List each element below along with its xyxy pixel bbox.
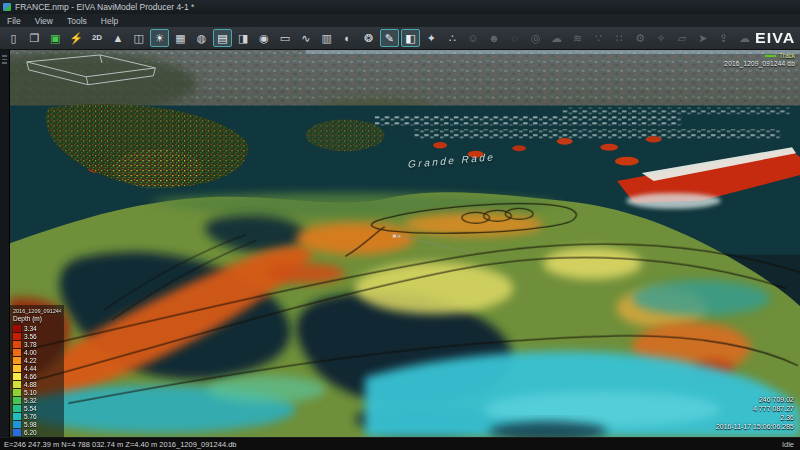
depth-legend-row: 4.88 (13, 380, 61, 388)
point-small-icon: ◌ (512, 33, 519, 44)
scene-render[interactable] (9, 50, 800, 437)
toolbar-illumination[interactable]: ☀ (150, 29, 169, 47)
depth-value: 5.98 (24, 421, 37, 428)
toolbar-cloud-upload: ⇪ (714, 29, 733, 47)
point-cloud-icon: ∴ (449, 33, 456, 44)
toolbar-snapshot[interactable]: ◉ (255, 29, 274, 47)
toolbar-edit-surface[interactable]: ✎ (380, 29, 399, 47)
title-bar[interactable]: FRANCE.nmp - EIVA NaviModel Producer 4-1… (0, 0, 800, 14)
track-line-swatch (765, 55, 776, 57)
toolbar-view-2d[interactable]: 2D (88, 29, 107, 47)
contrast-icon: ◐ (344, 33, 351, 44)
toolbar-cloud-processing: ≋ (568, 29, 587, 47)
menu-tools[interactable]: Tools (60, 14, 94, 27)
toolbar-shading[interactable]: ◧ (401, 29, 420, 47)
depth-value: 4.00 (24, 349, 37, 356)
toolbar-smiley-open: ☺ (464, 29, 483, 47)
cursor-overlay-line: 2.36 (716, 414, 794, 423)
cloud-eiva-icon: ☁ (551, 33, 562, 44)
point-a-icon: ∵ (595, 33, 602, 44)
toolbar-palette[interactable]: ❂ (359, 29, 378, 47)
depth-color-swatch (13, 397, 21, 404)
status-coordinates: E=246 247.39 m N=4 788 032.74 m Z=4.40 m… (4, 440, 236, 449)
cloud-upload-icon: ⇪ (719, 33, 728, 44)
toolbar-point-small: ◌ (505, 29, 524, 47)
track-legend: Track 2016_1209_091244 db (724, 52, 795, 67)
snapshot-icon: ◉ (259, 33, 269, 44)
toolbar-bounding-box[interactable]: ◫ (129, 29, 148, 47)
toolbar-open-project[interactable]: ❐ (25, 29, 44, 47)
toolbar-layers[interactable]: ▤ (213, 29, 232, 47)
smiley-filled-icon: ☻ (488, 33, 500, 44)
depth-color-swatch (13, 381, 21, 388)
palette-icon: ❂ (364, 33, 373, 44)
profile-icon: ∿ (301, 33, 310, 44)
toolbar: ▯❐▣⚡2D▲◫☀▦◍▤◨◉▭∿▥◐❂✎◧✦∴☺☻◌◎☁≋∵∷⚙✧▱➤⇪☁EIV… (0, 27, 800, 50)
status-state: Idle (782, 440, 794, 449)
depth-legend-row: 4.22 (13, 356, 61, 364)
cursor-overlay-line: 2016-11-17 15:06:06.285 (716, 423, 794, 432)
layers-icon: ▤ (217, 33, 227, 44)
toolbar-pointer: ➤ (693, 29, 712, 47)
point-ring-icon: ◎ (531, 33, 541, 44)
rov-icon: ⚙ (635, 33, 645, 44)
sweep-icon: ✧ (656, 33, 665, 44)
toolbar-histogram[interactable]: ▥ (317, 29, 336, 47)
depth-legend-row: 4.00 (13, 348, 61, 356)
cloud-outline-icon: ☁ (739, 33, 750, 44)
depth-legend-row: 5.10 (13, 388, 61, 396)
open-project-icon: ❐ (29, 33, 39, 44)
bounding-box-icon: ◫ (134, 33, 144, 44)
menu-file[interactable]: File (0, 14, 28, 27)
3d-viewport[interactable]: Grande Rade Track 2016_1209_091244 db 20… (0, 50, 800, 437)
measure-icon: ▭ (280, 33, 290, 44)
toolbar-save-project[interactable]: ▣ (46, 29, 65, 47)
new-file-icon: ▯ (10, 33, 16, 44)
toolbar-point-cloud[interactable]: ∴ (443, 29, 462, 47)
depth-value: 5.76 (24, 413, 37, 420)
cursor-overlay-line: 246 709.02 (716, 396, 794, 405)
toolbar-new-file[interactable]: ▯ (4, 29, 23, 47)
highlight-icon: ✦ (427, 33, 436, 44)
menu-help[interactable]: Help (94, 14, 125, 27)
view-2d-icon: 2D (92, 34, 102, 42)
depth-legend-row: 5.76 (13, 412, 61, 420)
depth-legend-rows: 3.343.563.784.004.224.444.664.885.105.32… (13, 324, 61, 436)
depth-value: 3.34 (24, 325, 37, 332)
collapsed-panel-tab[interactable] (0, 50, 10, 437)
toolbar-contrast[interactable]: ◐ (338, 29, 357, 47)
depth-color-swatch (13, 389, 21, 396)
depth-color-swatch (13, 341, 21, 348)
histogram-icon: ▥ (322, 33, 332, 44)
depth-legend-panel: 2016_1209_091244.db Depth (m) 3.343.563.… (10, 305, 64, 438)
toolbar-sweep: ✧ (652, 29, 671, 47)
toolbar-grid[interactable]: ▦ (171, 29, 190, 47)
depth-value: 4.22 (24, 357, 37, 364)
toolbar-profile[interactable]: ∿ (296, 29, 315, 47)
edit-surface-icon: ✎ (385, 33, 394, 44)
depth-legend-row: 4.44 (13, 364, 61, 372)
toolbar-highlight[interactable]: ✦ (422, 29, 441, 47)
toolbar-north-arrow[interactable]: ▲ (108, 29, 127, 47)
illumination-icon: ☀ (155, 33, 165, 44)
toolbar-view-3d[interactable]: ◨ (234, 29, 253, 47)
depth-legend-row: 4.66 (13, 372, 61, 380)
toolbar-measure[interactable]: ▭ (276, 29, 295, 47)
depth-value: 3.56 (24, 333, 37, 340)
depth-color-swatch (13, 349, 21, 356)
depth-legend-axis-label: Depth (m) (13, 315, 61, 322)
depth-value: 6.20 (24, 429, 37, 436)
toolbar-connect[interactable]: ⚡ (67, 29, 86, 47)
depth-value: 5.32 (24, 397, 37, 404)
menu-view[interactable]: View (28, 14, 60, 27)
toolbar-scrub: ▱ (673, 29, 692, 47)
toolbar-world-map[interactable]: ◍ (192, 29, 211, 47)
smiley-open-icon: ☺ (467, 33, 478, 44)
depth-color-swatch (13, 365, 21, 372)
connect-icon: ⚡ (69, 33, 83, 44)
depth-legend-title: 2016_1209_091244.db (13, 308, 61, 314)
pointer-icon: ➤ (698, 33, 707, 44)
depth-value: 4.44 (24, 365, 37, 372)
depth-legend-row: 5.32 (13, 396, 61, 404)
view-3d-icon: ◨ (238, 33, 248, 44)
